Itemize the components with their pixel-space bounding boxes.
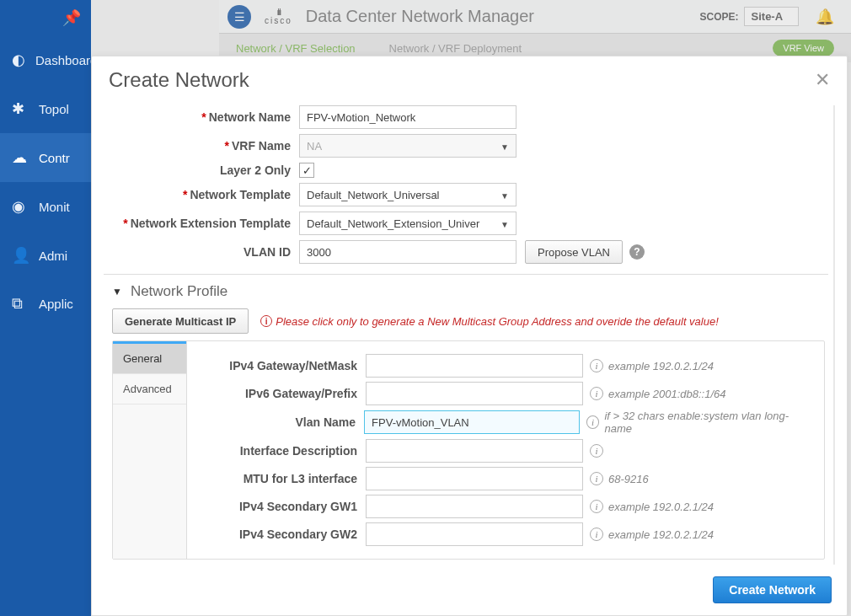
create-network-modal: Create Network ✕ *Network Name *VRF Name… xyxy=(91,56,848,616)
ipv4-sec-gw1-hint: example 192.0.2.1/24 xyxy=(608,501,714,513)
info-icon[interactable]: i xyxy=(586,415,600,429)
topology-icon: ✱ xyxy=(12,99,29,118)
network-template-label: Network Template xyxy=(190,188,291,201)
close-icon[interactable]: ✕ xyxy=(815,69,830,91)
cloud-icon: ☁ xyxy=(12,148,29,167)
apps-icon: ⧉ xyxy=(12,295,29,313)
ipv4-sec-gw1-label: IPv4 Secondary GW1 xyxy=(197,500,366,513)
info-icon[interactable]: i xyxy=(590,359,603,372)
sidebar-item-label: Topol xyxy=(39,102,69,116)
vrf-name-value: NA xyxy=(307,140,322,153)
generate-multicast-button[interactable]: Generate Multicast IP xyxy=(112,308,249,334)
ipv4-gateway-label: IPv4 Gateway/NetMask xyxy=(197,359,366,372)
profile-pane: General Advanced IPv4 Gateway/NetMask i … xyxy=(112,340,825,560)
eye-icon: ◉ xyxy=(12,197,29,216)
sidebar-item-label: Applic xyxy=(39,297,73,311)
chevron-down-icon: ▼ xyxy=(112,286,122,297)
tab-general[interactable]: General xyxy=(113,341,186,374)
network-ext-template-value: Default_Network_Extension_Univer xyxy=(307,217,479,230)
modal-title: Create Network xyxy=(109,68,249,92)
ipv6-gateway-label: IPv6 Gateway/Prefix xyxy=(197,387,366,400)
sidebar-item-label: Dashboard xyxy=(35,53,97,67)
vlan-name-label: Vlan Name xyxy=(197,415,364,429)
sidebar-item-label: Admi xyxy=(39,249,67,263)
profile-fields: IPv4 Gateway/NetMask i example 192.0.2.1… xyxy=(187,341,824,559)
ipv6-gateway-hint: example 2001:db8::1/64 xyxy=(608,388,726,400)
network-template-select[interactable]: Default_Network_Universal xyxy=(299,183,516,206)
chevron-down-icon xyxy=(500,217,509,230)
network-ext-template-label: Network Extension Template xyxy=(131,217,291,230)
ipv4-gateway-input[interactable] xyxy=(366,354,583,378)
user-icon: 👤 xyxy=(12,246,29,265)
ipv4-sec-gw1-input[interactable] xyxy=(366,495,583,518)
sidebar-item-monitor[interactable]: ◉ Monit xyxy=(0,182,91,231)
divider xyxy=(104,274,828,275)
pin-icon[interactable]: 📌 xyxy=(0,0,91,35)
create-network-button[interactable]: Create Network xyxy=(713,576,832,603)
help-icon[interactable]: ? xyxy=(629,244,645,260)
interface-desc-label: Interface Description xyxy=(197,444,366,458)
ipv6-gateway-input[interactable] xyxy=(366,382,583,405)
sidebar-item-admin[interactable]: 👤 Admi xyxy=(0,231,91,280)
propose-vlan-button[interactable]: Propose VLAN xyxy=(525,240,623,264)
ipv4-sec-gw2-label: IPv4 Secondary GW2 xyxy=(197,528,366,541)
modal-header: Create Network ✕ xyxy=(92,56,847,97)
network-template-value: Default_Network_Universal xyxy=(307,189,440,201)
mtu-hint: 68-9216 xyxy=(608,473,649,485)
modal-body: *Network Name *VRF Name NA Layer 2 Only … xyxy=(92,97,847,568)
tab-advanced[interactable]: Advanced xyxy=(113,374,186,404)
chevron-down-icon xyxy=(500,189,509,201)
network-ext-template-select[interactable]: Default_Network_Extension_Univer xyxy=(299,212,516,235)
info-icon[interactable]: i xyxy=(590,472,603,485)
sidebar-item-label: Monit xyxy=(39,200,70,214)
vrf-name-select[interactable]: NA xyxy=(299,134,516,158)
profile-tabs: General Advanced xyxy=(113,341,187,559)
sidebar-item-control[interactable]: ☁ Contr xyxy=(0,133,91,182)
network-profile-header[interactable]: ▼ Network Profile xyxy=(112,283,828,300)
sidebar-item-topology[interactable]: ✱ Topol xyxy=(0,84,91,133)
info-icon[interactable]: i xyxy=(590,387,603,400)
sidebar: 📌 ◐ Dashboard ✱ Topol ☁ Contr ◉ Monit 👤 … xyxy=(0,0,91,616)
vrf-name-label: VRF Name xyxy=(232,139,291,153)
mtu-label: MTU for L3 interface xyxy=(197,472,366,485)
layer2-checkbox[interactable]: ✓ xyxy=(299,163,314,178)
sidebar-item-dashboard[interactable]: ◐ Dashboard xyxy=(0,35,91,84)
hint-text: Please click only to generate a New Mult… xyxy=(276,315,719,328)
network-name-input[interactable] xyxy=(299,105,516,129)
modal-footer: Create Network xyxy=(92,568,847,615)
sidebar-item-label: Contr xyxy=(39,151,70,165)
mtu-input[interactable] xyxy=(366,467,583,490)
ipv4-sec-gw2-input[interactable] xyxy=(366,522,583,546)
vlan-id-label: VLAN ID xyxy=(244,245,291,259)
vlan-name-hint: if > 32 chars enable:system vlan long-na… xyxy=(604,410,814,435)
network-name-label: Network Name xyxy=(209,110,291,124)
interface-desc-input[interactable] xyxy=(366,439,583,463)
info-icon[interactable]: i xyxy=(590,500,603,513)
chevron-down-icon xyxy=(500,140,509,153)
ipv4-sec-gw2-hint: example 192.0.2.1/24 xyxy=(608,528,714,541)
sidebar-item-applications[interactable]: ⧉ Applic xyxy=(0,280,91,328)
section-title: Network Profile xyxy=(131,283,227,300)
vlan-id-input[interactable] xyxy=(299,240,516,264)
layer2-label: Layer 2 Only xyxy=(220,163,291,177)
gauge-icon: ◐ xyxy=(12,51,25,69)
ipv4-gateway-hint: example 192.0.2.1/24 xyxy=(608,360,714,372)
info-icon[interactable]: i xyxy=(590,528,603,541)
info-icon[interactable]: i xyxy=(590,444,603,458)
info-icon: i xyxy=(260,315,272,327)
generate-multicast-hint: i Please click only to generate a New Mu… xyxy=(260,315,719,328)
vlan-name-input[interactable] xyxy=(364,410,580,434)
